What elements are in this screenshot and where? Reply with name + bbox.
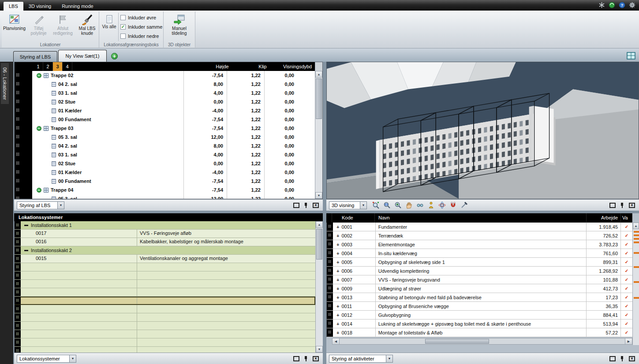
expand-plus-icon[interactable]: + (336, 304, 339, 309)
system-item-row[interactable]: 0015Ventilationskanaler og aggregat mont… (15, 255, 315, 263)
walk-person-icon[interactable] (426, 201, 436, 210)
column-header-navn[interactable]: Navn (375, 213, 587, 223)
column-header-klip[interactable]: Klip (244, 62, 281, 71)
expand-plus-icon[interactable]: + (336, 295, 339, 300)
settings-gear-icon[interactable] (629, 2, 635, 8)
scroll-up-button[interactable]: ▲ (315, 71, 322, 78)
row-selector-cell[interactable] (15, 89, 32, 97)
row-selector-cell[interactable] (327, 302, 333, 310)
orbit-icon[interactable] (437, 201, 447, 210)
row-selector-cell[interactable] (327, 231, 333, 240)
dropdown-arrow-icon[interactable]: ▼ (57, 202, 64, 209)
row-selector-cell[interactable] (15, 297, 21, 305)
row-selector-cell[interactable] (15, 141, 32, 150)
lbs-tree-row[interactable]: 03 1. sal4,001,220,00 (15, 89, 315, 97)
column-selector-2[interactable]: 2 (43, 62, 53, 71)
empty-system-row[interactable] (15, 322, 315, 330)
pan-hand-icon[interactable] (404, 201, 414, 210)
lbs-tree-row[interactable]: 00 Fundament-7,541,220,00 (15, 177, 315, 186)
empty-system-row[interactable] (15, 280, 315, 288)
lbs-tree-row[interactable]: 04 2. sal8,001,220,00 (15, 80, 315, 89)
expand-plus-icon[interactable]: + (336, 286, 339, 291)
checkbox-inkluder-samme[interactable]: ✓ Inkluder samme (120, 24, 162, 30)
ribbon-tab-lbs[interactable]: LBS (4, 2, 23, 11)
column-selector-4[interactable]: 4 (63, 62, 72, 71)
close-window-icon[interactable]: × (629, 203, 635, 208)
checkbox-box[interactable] (120, 33, 126, 39)
lbs-tree-row[interactable]: 01 Kælder-4,001,220,00 (15, 168, 315, 177)
activity-row[interactable]: +0005Opbygning af skeletvæg side 1899,31… (327, 258, 632, 267)
expand-plus-icon[interactable]: + (336, 268, 339, 274)
row-selector-cell[interactable] (327, 223, 333, 231)
scroll-right-button[interactable]: ▶ (625, 338, 632, 344)
ribbon-tab-running-mode[interactable]: Running mode (56, 2, 99, 11)
lbs-tree-row[interactable]: 04 2. sal8,001,220,00 (15, 141, 315, 150)
viewport-3d[interactable] (326, 62, 639, 199)
vis-alle-button[interactable]: Vis alle (100, 13, 119, 41)
row-selector-cell[interactable] (327, 328, 333, 337)
row-selector-cell[interactable] (15, 271, 21, 279)
checkbox-inkluder-ovre[interactable]: Inkluder øvre (120, 15, 162, 20)
expand-plus-icon[interactable]: + (336, 312, 339, 318)
column-selector-1[interactable]: 1 (34, 62, 43, 71)
empty-system-row[interactable] (15, 305, 315, 313)
row-selector-cell[interactable] (15, 115, 32, 124)
scroll-up-button[interactable]: ▲ (316, 221, 323, 228)
add-view-tab-button[interactable]: + (111, 53, 118, 59)
viewer-view-dropdown[interactable]: 3D visning ▼ (329, 201, 367, 209)
row-selector-cell[interactable] (15, 238, 21, 246)
lbs-tree-row[interactable]: 00 Fundament-7,541,220,00 (15, 115, 315, 124)
row-selector-cell[interactable] (15, 106, 32, 115)
row-selector-cell[interactable] (327, 249, 333, 257)
activity-row[interactable]: +0002Terrændæk726,52✓ (327, 231, 632, 240)
row-selector-cell[interactable] (15, 186, 32, 194)
expand-plus-icon[interactable]: + (336, 251, 339, 256)
system-group-row[interactable]: Installationsskakt 1 (15, 221, 315, 230)
row-selector-cell[interactable] (15, 246, 21, 254)
column-selector-3-active[interactable]: 3 (53, 62, 63, 71)
collapse-icon[interactable]: − (37, 126, 41, 131)
close-window-icon[interactable]: × (313, 203, 319, 208)
lbs-tree-row[interactable]: 02 Stue0,001,220,00 (15, 159, 315, 168)
empty-system-row[interactable] (15, 313, 315, 322)
manuel-tildeling-button[interactable]: Manuel tildeling (167, 13, 191, 41)
row-selector-cell[interactable] (327, 258, 333, 266)
scroll-left-button[interactable]: ◀ (333, 338, 340, 344)
column-header-visningsdybde[interactable]: Visningsdybd (281, 62, 315, 71)
row-selector-cell[interactable] (15, 288, 21, 296)
row-selector-cell[interactable] (327, 275, 333, 284)
collapse-dash-icon[interactable] (24, 250, 28, 251)
checkbox-box[interactable] (120, 15, 126, 20)
activities-horizontal-scrollbar[interactable]: ◀ ▶ (332, 338, 632, 345)
help-icon[interactable]: ? (619, 2, 625, 8)
expand-plus-icon[interactable]: + (336, 233, 339, 238)
snowflake-icon[interactable] (598, 2, 605, 8)
collapse-icon[interactable]: − (37, 73, 41, 78)
pin-window-icon[interactable] (619, 356, 625, 361)
planvisning-button[interactable]: Planvisning (2, 13, 26, 41)
lbs-view-dropdown[interactable]: Styring af LBS ▼ (17, 201, 64, 209)
checkbox-box-checked[interactable]: ✓ (120, 24, 126, 30)
activities-vertical-scrollbar[interactable]: ▲ (632, 223, 639, 345)
row-selector-cell[interactable] (15, 124, 32, 133)
row-selector-cell[interactable] (15, 194, 32, 199)
row-selector-cell[interactable] (15, 97, 32, 106)
close-window-icon[interactable]: × (313, 356, 319, 361)
activity-row[interactable]: +0007VVS - føringsveje brugsvand101,88✓ (327, 275, 632, 284)
float-window-icon[interactable] (293, 356, 299, 361)
magnet-gravity-icon[interactable] (448, 201, 458, 210)
row-selector-cell[interactable] (15, 168, 32, 177)
dropdown-arrow-icon[interactable]: ▼ (360, 202, 366, 209)
expand-plus-icon[interactable]: + (336, 321, 339, 327)
float-window-icon[interactable] (609, 203, 616, 208)
section-scalpel-icon[interactable] (460, 201, 469, 210)
row-selector-cell[interactable] (15, 322, 21, 330)
empty-system-row[interactable] (15, 271, 315, 280)
row-selector-cell[interactable] (15, 313, 21, 321)
activity-row[interactable]: +0009Udlægning af strøer412,73✓ (327, 284, 632, 293)
row-selector-cell[interactable] (15, 221, 21, 229)
view-tab-ny-view-saet[interactable]: Ny View Sæt(1) (58, 50, 107, 62)
ribbon-tab-3d-visning[interactable]: 3D visning (23, 2, 56, 11)
dropdown-arrow-icon[interactable]: ▼ (386, 355, 392, 362)
lbs-tree-row[interactable]: 05 3. sal12,001,220,00 (15, 194, 315, 199)
